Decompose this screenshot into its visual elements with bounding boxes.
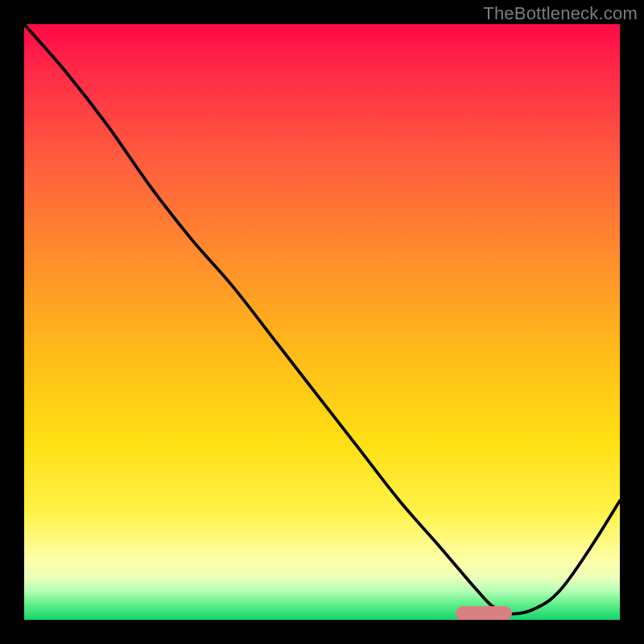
chart-frame xyxy=(0,0,644,644)
